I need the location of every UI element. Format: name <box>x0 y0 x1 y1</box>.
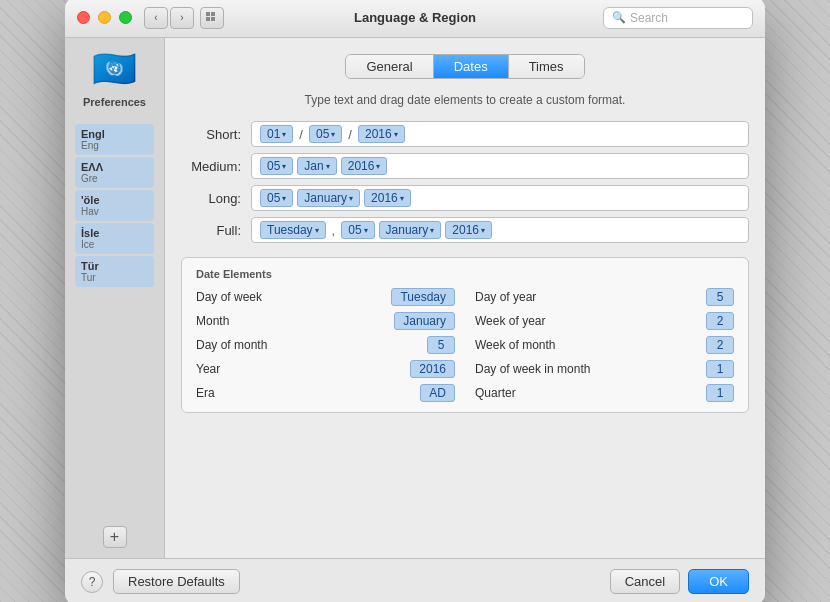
element-name-dow: Day of week <box>196 290 262 304</box>
element-row-doy: Day of year 5 <box>475 288 734 306</box>
traffic-lights <box>77 11 132 24</box>
help-button[interactable]: ? <box>81 571 103 593</box>
element-row-dow: Day of week Tuesday <box>196 288 455 306</box>
format-label-medium: Medium: <box>181 159 251 174</box>
token-short-1[interactable]: 05 ▾ <box>309 125 342 143</box>
element-value-wom[interactable]: 2 <box>706 336 734 354</box>
format-field-long[interactable]: 05 ▾ January ▾ 2016 ▾ <box>251 185 749 211</box>
element-name-year: Year <box>196 362 220 376</box>
sep-full-0: , <box>330 223 338 238</box>
grid-button[interactable] <box>200 7 224 29</box>
sidebar-item-sub-1: Gre <box>81 173 148 184</box>
format-row-short: Short: 01 ▾ / 05 ▾ / 2016 ▾ <box>181 121 749 147</box>
sidebar-item-3[interactable]: İsle Ice <box>75 223 154 254</box>
search-placeholder: Search <box>630 11 668 25</box>
sidebar-title: Preferences <box>83 96 146 108</box>
tabs: General Dates Times <box>345 54 584 79</box>
window-title: Language & Region <box>354 10 476 25</box>
element-name-woy: Week of year <box>475 314 545 328</box>
sidebar-item-label-2: 'öle <box>81 194 148 206</box>
element-value-dowim[interactable]: 1 <box>706 360 734 378</box>
element-value-quarter[interactable]: 1 <box>706 384 734 402</box>
sidebar-item-1[interactable]: ΕΛΛ Gre <box>75 157 154 188</box>
element-value-era[interactable]: AD <box>420 384 455 402</box>
svg-rect-3 <box>211 17 215 21</box>
tab-times[interactable]: Times <box>509 55 584 78</box>
token-medium-2[interactable]: 2016 ▾ <box>341 157 388 175</box>
format-label-short: Short: <box>181 127 251 142</box>
search-box[interactable]: 🔍 Search <box>603 7 753 29</box>
format-label-full: Full: <box>181 223 251 238</box>
element-row-year: Year 2016 <box>196 360 455 378</box>
element-value-doy[interactable]: 5 <box>706 288 734 306</box>
svg-rect-0 <box>206 12 210 16</box>
svg-rect-1 <box>211 12 215 16</box>
forward-button[interactable]: › <box>170 7 194 29</box>
format-field-full[interactable]: Tuesday ▾ , 05 ▾ January ▾ 2016 ▾ <box>251 217 749 243</box>
nav-buttons: ‹ › <box>144 7 224 29</box>
element-name-doy: Day of year <box>475 290 536 304</box>
tabs-container: General Dates Times <box>181 54 749 79</box>
back-button[interactable]: ‹ <box>144 7 168 29</box>
token-long-0[interactable]: 05 ▾ <box>260 189 293 207</box>
sidebar-item-sub-4: Tur <box>81 272 148 283</box>
element-value-woy[interactable]: 2 <box>706 312 734 330</box>
element-value-dom[interactable]: 5 <box>427 336 455 354</box>
minimize-button[interactable] <box>98 11 111 24</box>
element-value-month[interactable]: January <box>394 312 455 330</box>
format-label-long: Long: <box>181 191 251 206</box>
token-full-2[interactable]: January ▾ <box>379 221 442 239</box>
token-long-2[interactable]: 2016 ▾ <box>364 189 411 207</box>
token-full-1[interactable]: 05 ▾ <box>341 221 374 239</box>
token-full-0[interactable]: Tuesday ▾ <box>260 221 326 239</box>
titlebar: ‹ › Language & Region 🔍 Search <box>65 0 765 38</box>
token-medium-0[interactable]: 05 ▾ <box>260 157 293 175</box>
element-name-dom: Day of month <box>196 338 267 352</box>
date-elements-title: Date Elements <box>196 268 734 280</box>
element-row-dom: Day of month 5 <box>196 336 455 354</box>
sidebar-item-label-4: Tür <box>81 260 148 272</box>
element-value-year[interactable]: 2016 <box>410 360 455 378</box>
sidebar-item-label-1: ΕΛΛ <box>81 161 148 173</box>
element-value-dow[interactable]: Tuesday <box>391 288 455 306</box>
element-row-wom: Week of month 2 <box>475 336 734 354</box>
cancel-button[interactable]: Cancel <box>610 569 680 594</box>
window-body: 🇺🇳 Preferences Engl Eng ΕΛΛ Gre 'öle Hav… <box>65 38 765 558</box>
sidebar-item-sub-0: Eng <box>81 140 148 151</box>
elements-left-col: Day of week Tuesday Month January Day of… <box>196 288 455 402</box>
format-table: Short: 01 ▾ / 05 ▾ / 2016 ▾ Medium: 05 ▾… <box>181 121 749 243</box>
sidebar-item-sub-2: Hav <box>81 206 148 217</box>
restore-defaults-button[interactable]: Restore Defaults <box>113 569 240 594</box>
bottom-bar: ? Restore Defaults Cancel OK <box>65 558 765 602</box>
element-name-quarter: Quarter <box>475 386 516 400</box>
description-text: Type text and drag date elements to crea… <box>181 93 749 107</box>
close-button[interactable] <box>77 11 90 24</box>
token-short-0[interactable]: 01 ▾ <box>260 125 293 143</box>
token-medium-1[interactable]: Jan ▾ <box>297 157 336 175</box>
sidebar-item-0[interactable]: Engl Eng <box>75 124 154 155</box>
token-long-1[interactable]: January ▾ <box>297 189 360 207</box>
element-row-month: Month January <box>196 312 455 330</box>
main-content: General Dates Times Type text and drag d… <box>165 38 765 558</box>
sidebar-item-4[interactable]: Tür Tur <box>75 256 154 287</box>
tab-general[interactable]: General <box>346 55 433 78</box>
date-elements-section: Date Elements Day of week Tuesday Month … <box>181 257 749 413</box>
element-name-dowim: Day of week in month <box>475 362 590 376</box>
ok-button[interactable]: OK <box>688 569 749 594</box>
format-field-medium[interactable]: 05 ▾ Jan ▾ 2016 ▾ <box>251 153 749 179</box>
format-field-short[interactable]: 01 ▾ / 05 ▾ / 2016 ▾ <box>251 121 749 147</box>
add-language-button[interactable]: + <box>103 526 127 548</box>
element-row-quarter: Quarter 1 <box>475 384 734 402</box>
search-icon: 🔍 <box>612 11 626 24</box>
token-short-2[interactable]: 2016 ▾ <box>358 125 405 143</box>
element-name-month: Month <box>196 314 229 328</box>
main-window: ‹ › Language & Region 🔍 Search 🇺🇳 Prefer… <box>65 0 765 602</box>
sep-short-0: / <box>297 127 305 142</box>
tab-dates[interactable]: Dates <box>434 55 509 78</box>
maximize-button[interactable] <box>119 11 132 24</box>
element-row-woy: Week of year 2 <box>475 312 734 330</box>
svg-rect-2 <box>206 17 210 21</box>
sidebar-item-2[interactable]: 'öle Hav <box>75 190 154 221</box>
token-full-3[interactable]: 2016 ▾ <box>445 221 492 239</box>
sep-short-1: / <box>346 127 354 142</box>
